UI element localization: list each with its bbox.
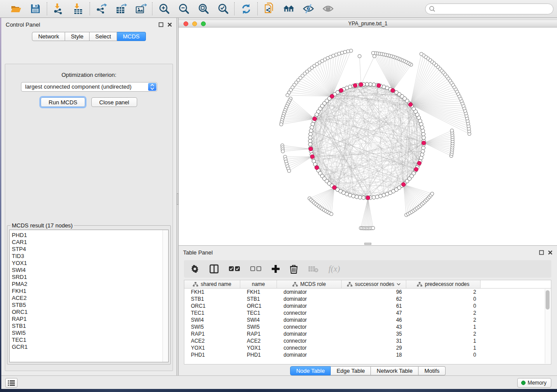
deselect-all-icon[interactable] — [250, 266, 262, 272]
table-cell[interactable]: dominator — [277, 331, 342, 337]
table-cell[interactable]: 2 — [406, 310, 481, 316]
column-header-shared-name[interactable]: shared name — [184, 280, 240, 288]
zoom-in-icon[interactable] — [158, 3, 170, 15]
table-cell[interactable]: ACE2 — [184, 338, 240, 344]
table-cell[interactable]: 0 — [406, 303, 481, 309]
table-cell[interactable]: YOX1 — [240, 345, 277, 351]
table-row[interactable]: SWI4SWI4dominator462 — [184, 316, 551, 323]
table-cell[interactable]: RAP1 — [240, 331, 277, 337]
table-cell[interactable]: dominator — [277, 296, 342, 302]
memory-button[interactable]: Memory — [517, 378, 551, 388]
mcds-result-item[interactable]: STB5 — [12, 302, 168, 309]
mcds-result-item[interactable]: TEC1 — [12, 337, 168, 344]
zoom-out-icon[interactable] — [177, 3, 190, 15]
import-table-icon[interactable] — [72, 3, 84, 15]
table-cell[interactable]: 1 — [406, 324, 481, 330]
mcds-result-item[interactable]: YOX1 — [12, 260, 168, 267]
table-cell[interactable]: TEC1 — [240, 310, 277, 316]
table-cell[interactable]: 96 — [342, 289, 406, 295]
result-list-scrollbar[interactable] — [163, 230, 168, 362]
mcds-result-item[interactable]: RAP1 — [12, 316, 168, 323]
table-cell[interactable]: connector — [277, 310, 342, 316]
mcds-result-item[interactable]: PHD1 — [12, 232, 168, 239]
mcds-result-item[interactable]: STB1 — [12, 323, 168, 330]
table-cell[interactable]: connector — [277, 338, 342, 344]
tab-mcds[interactable]: MCDS — [117, 32, 145, 41]
table-cell[interactable]: 61 — [342, 303, 406, 309]
table-cell[interactable]: 46 — [342, 317, 406, 323]
table-cell[interactable]: 1 — [406, 338, 481, 344]
export-image-icon[interactable] — [135, 3, 147, 15]
table-cell[interactable]: SWI5 — [240, 324, 277, 330]
table-row[interactable]: RAP1RAP1dominator352 — [184, 330, 551, 337]
tab-edge-table[interactable]: Edge Table — [331, 366, 371, 375]
table-cell[interactable]: 2 — [406, 289, 481, 295]
column-header-MCDS-role[interactable]: MCDS role — [277, 280, 342, 288]
column-header-predecessor-nodes[interactable]: predecessor nodes — [406, 280, 481, 288]
table-cell[interactable]: FKH1 — [184, 289, 240, 295]
clone-network-icon[interactable] — [263, 3, 275, 15]
table-cell[interactable]: 29 — [342, 345, 406, 351]
table-row[interactable]: ORC1ORC1dominator610 — [184, 303, 551, 309]
close-panel-icon[interactable] — [167, 22, 172, 27]
save-session-icon[interactable] — [29, 3, 42, 15]
table-cell[interactable]: 2 — [406, 317, 481, 323]
tab-motifs[interactable]: Motifs — [419, 366, 446, 375]
table-mode-button[interactable] — [5, 378, 17, 388]
mcds-result-item[interactable]: CAR1 — [12, 239, 168, 246]
table-cell[interactable]: 43 — [342, 324, 406, 330]
delete-rows-icon[interactable] — [290, 265, 298, 274]
mcds-result-item[interactable]: SRD1 — [12, 274, 168, 281]
import-network-icon[interactable] — [52, 3, 65, 15]
table-cell[interactable]: PHD1 — [240, 352, 277, 358]
show-columns-icon[interactable] — [209, 264, 219, 274]
table-row[interactable]: YOX1YOX1connector291 — [184, 344, 551, 351]
add-row-icon[interactable] — [272, 265, 280, 273]
float-table-panel-icon[interactable] — [539, 250, 544, 255]
table-cell[interactable]: dominator — [277, 317, 342, 323]
show-graphics-details-icon[interactable] — [322, 3, 334, 15]
table-cell[interactable]: FKH1 — [240, 289, 277, 295]
mcds-result-item[interactable]: PMA2 — [12, 281, 168, 288]
mcds-result-item[interactable]: FKH1 — [12, 288, 168, 295]
table-row[interactable]: PHD1PHD1dominator180 — [184, 351, 551, 358]
table-cell[interactable]: 2 — [406, 331, 481, 337]
export-table-icon[interactable] — [115, 3, 127, 15]
table-cell[interactable]: 47 — [342, 310, 406, 316]
horizontal-splitter-grip[interactable] — [364, 243, 371, 245]
table-cell[interactable]: dominator — [277, 303, 342, 309]
table-cell[interactable]: 0 — [406, 352, 481, 358]
hide-selected-icon[interactable] — [302, 3, 315, 15]
table-cell[interactable]: 31 — [342, 338, 406, 344]
table-cell[interactable]: dominator — [277, 289, 342, 295]
mcds-result-item[interactable]: ACE2 — [12, 295, 168, 302]
table-row[interactable]: ACE2ACE2connector311 — [184, 337, 551, 344]
zoom-selected-icon[interactable] — [217, 3, 229, 15]
column-header-successor-nodes[interactable]: successor nodes — [342, 280, 406, 288]
table-row[interactable]: SWI5SWI5connector431 — [184, 323, 551, 330]
mcds-result-item[interactable]: TID3 — [12, 253, 168, 260]
run-mcds-button[interactable]: Run MCDS — [41, 97, 85, 107]
network-canvas[interactable] — [179, 28, 557, 245]
mcds-result-item[interactable]: SWI4 — [12, 267, 168, 274]
settings-gear-icon[interactable] — [190, 265, 199, 273]
table-cell[interactable]: ORC1 — [240, 303, 277, 309]
refresh-layout-icon[interactable] — [240, 3, 252, 15]
column-header-name[interactable]: name — [240, 280, 277, 288]
float-panel-icon[interactable] — [159, 22, 163, 27]
mcds-result-item[interactable]: ORC1 — [12, 309, 168, 316]
table-cell[interactable]: connector — [277, 345, 342, 351]
close-table-panel-icon[interactable] — [548, 250, 553, 255]
close-panel-button[interactable]: Close panel — [91, 97, 137, 107]
tab-node-table[interactable]: Node Table — [290, 366, 331, 375]
table-cell[interactable]: ORC1 — [184, 303, 240, 309]
table-cell[interactable]: 62 — [342, 296, 406, 302]
delete-table-icon[interactable] — [308, 265, 318, 272]
zoom-fit-icon[interactable] — [197, 3, 209, 15]
tab-select[interactable]: Select — [90, 32, 117, 41]
search-field[interactable] — [425, 3, 554, 14]
table-cell[interactable]: SWI4 — [184, 317, 240, 323]
tab-network[interactable]: Network — [32, 32, 65, 41]
mcds-result-item[interactable]: SWI5 — [12, 330, 168, 337]
table-cell[interactable]: 18 — [342, 352, 406, 358]
